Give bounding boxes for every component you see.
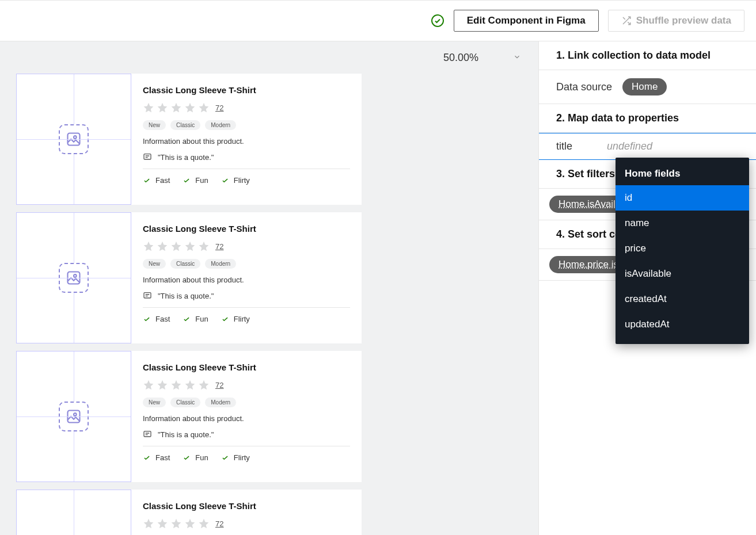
tag: Modern	[205, 398, 236, 407]
svg-point-0	[432, 15, 443, 26]
quote-icon	[143, 152, 152, 162]
star-icon	[198, 102, 210, 113]
star-icon	[143, 102, 154, 113]
step-1-header: 1. Link collection to data model	[539, 41, 756, 70]
star-icon	[170, 240, 182, 252]
card-title: Classic Long Sleeve T-Shirt	[143, 85, 350, 95]
svg-point-2	[74, 136, 77, 139]
check-icon	[221, 454, 229, 462]
shuffle-preview-button[interactable]: Shuffle preview data	[608, 10, 744, 32]
feature-item: Flirty	[221, 315, 250, 323]
svg-point-5	[74, 274, 77, 277]
preview-card[interactable]: Classic Long Sleeve T-Shirt 72 NewClassi…	[16, 351, 362, 482]
preview-card[interactable]: Classic Long Sleeve T-Shirt 72 NewClassi…	[16, 74, 362, 205]
data-source-label: Data source	[556, 81, 612, 93]
star-icon	[170, 102, 182, 113]
button-label: Edit Component in Figma	[467, 15, 586, 26]
star-icon	[184, 379, 196, 391]
check-icon	[183, 177, 191, 185]
feature-item: Fast	[143, 315, 170, 323]
preview-card[interactable]: Classic Long Sleeve T-Shirt 72 NewClassi…	[16, 212, 362, 343]
feature-item: Fun	[183, 453, 208, 462]
data-source-pill[interactable]: Home	[622, 78, 667, 95]
feature-item: Fast	[143, 453, 170, 462]
svg-point-8	[74, 413, 77, 416]
rating-row: 72	[143, 102, 350, 113]
image-placeholder	[16, 490, 131, 535]
features-row: FastFunFlirty	[143, 453, 350, 462]
tag: Modern	[205, 120, 236, 130]
tag: New	[143, 398, 166, 407]
card-description: Information about this product.	[143, 414, 350, 423]
star-icon	[157, 379, 168, 391]
rating-row: 72	[143, 518, 350, 529]
edit-in-figma-button[interactable]: Edit Component in Figma	[454, 10, 599, 32]
step-2-header: 2. Map data to properties	[539, 104, 756, 133]
check-icon	[183, 315, 191, 323]
star-icon	[157, 518, 168, 529]
star-icon	[198, 379, 210, 391]
dropdown-item-createdAt[interactable]: createdAt	[616, 286, 749, 312]
top-bar: Edit Component in Figma Shuffle preview …	[0, 0, 756, 41]
star-icon	[170, 518, 182, 529]
dropdown-item-name[interactable]: name	[616, 211, 749, 236]
sync-ok-icon	[431, 14, 445, 28]
star-icon	[170, 379, 182, 391]
button-label: Shuffle preview data	[636, 15, 731, 26]
check-icon	[221, 177, 229, 185]
preview-area: Classic Long Sleeve T-Shirt 72 NewClassi…	[16, 74, 362, 535]
image-placeholder	[16, 212, 131, 343]
divider	[143, 446, 350, 446]
data-source-row: Data source Home	[539, 70, 756, 104]
star-icon	[184, 102, 196, 113]
star-icon	[184, 518, 196, 529]
star-icon	[198, 518, 210, 529]
tags-row: NewClassicModern	[143, 259, 350, 269]
divider	[143, 169, 350, 169]
quote-row: "This is a quote."	[143, 152, 350, 162]
svg-rect-6	[144, 293, 151, 298]
dropdown-header: Home fields	[616, 163, 749, 185]
feature-item: Flirty	[221, 453, 250, 462]
quote-icon	[143, 430, 152, 439]
dropdown-item-isAvailable[interactable]: isAvailable	[616, 261, 749, 286]
zoom-select[interactable]: 50.00%	[443, 52, 521, 64]
tag: Classic	[170, 120, 200, 130]
check-icon	[183, 454, 191, 462]
dropdown-item-id[interactable]: id	[616, 185, 749, 211]
star-icon	[157, 240, 168, 252]
image-icon	[59, 402, 89, 431]
tag: Classic	[170, 398, 200, 407]
tags-row: NewClassicModern	[143, 120, 350, 130]
check-icon	[221, 315, 229, 323]
review-count[interactable]: 72	[215, 381, 223, 389]
rating-row: 72	[143, 379, 350, 391]
features-row: FastFunFlirty	[143, 315, 350, 323]
tag: New	[143, 259, 166, 269]
quote-row: "This is a quote."	[143, 430, 350, 439]
fields-dropdown: Home fields idnamepriceisAvailablecreate…	[616, 158, 749, 344]
preview-card[interactable]: Classic Long Sleeve T-Shirt 72 NewClassi…	[16, 490, 362, 535]
dropdown-item-updatedAt[interactable]: updatedAt	[616, 312, 749, 337]
star-icon	[143, 240, 154, 252]
svg-rect-7	[68, 411, 80, 423]
tag: Classic	[170, 259, 200, 269]
check-icon	[143, 454, 151, 462]
svg-rect-4	[68, 272, 80, 284]
check-icon	[143, 177, 151, 185]
star-icon	[198, 240, 210, 252]
tag: Modern	[205, 259, 236, 269]
divider	[143, 307, 350, 308]
image-placeholder	[16, 74, 131, 205]
chevron-down-icon	[513, 52, 521, 64]
quote-icon	[143, 291, 152, 300]
tag: New	[143, 120, 166, 130]
feature-item: Fun	[183, 315, 208, 323]
property-map-row[interactable]: title undefined	[539, 133, 756, 160]
feature-item: Fun	[183, 176, 208, 185]
dropdown-item-price[interactable]: price	[616, 236, 749, 261]
review-count[interactable]: 72	[215, 104, 223, 112]
review-count[interactable]: 72	[215, 519, 223, 528]
star-icon	[157, 102, 168, 113]
review-count[interactable]: 72	[215, 242, 223, 251]
